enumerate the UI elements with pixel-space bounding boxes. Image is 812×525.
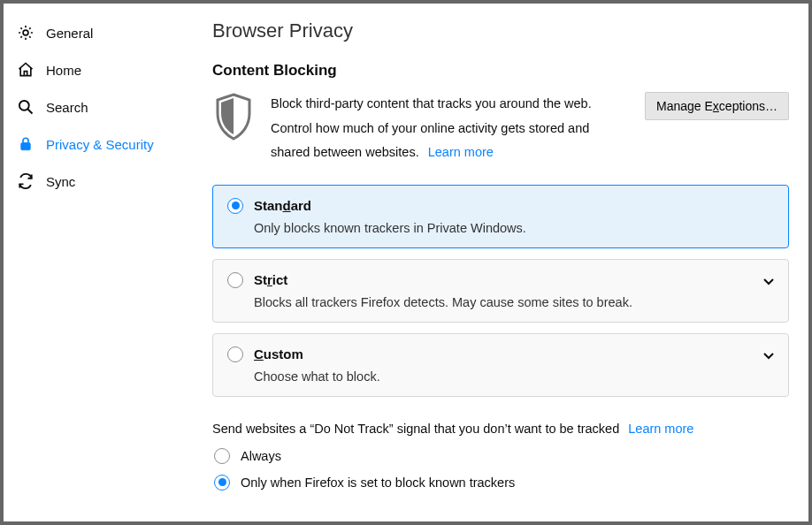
sidebar-item-label: General [46,26,93,41]
sidebar-item-label: Privacy & Security [46,137,154,152]
sidebar-item-label: Sync [46,174,75,189]
dnt-option-only-blocking-label: Only when Firefox is set to block known … [241,476,515,490]
svg-point-0 [23,30,28,35]
option-title-custom: Custom [254,346,303,361]
content-blocking-description: Block third-party content that tracks yo… [271,92,615,165]
shield-icon [212,92,255,144]
search-icon [16,97,35,117]
radio-strict[interactable] [227,272,243,288]
dnt-description: Send websites a “Do Not Track” signal th… [212,422,789,436]
option-title-strict: Strict [254,272,287,287]
blocking-option-standard[interactable]: Standard Only blocks known trackers in P… [212,185,789,248]
option-title-standard: Standard [254,198,311,213]
content-blocking-intro: Block third-party content that tracks yo… [212,92,789,165]
radio-dnt-always[interactable] [214,448,230,464]
option-desc-standard: Only blocks known trackers in Private Wi… [254,221,774,235]
dnt-option-always[interactable]: Always [212,448,789,464]
chevron-down-icon[interactable] [763,274,774,288]
lock-icon [16,134,35,154]
radio-dnt-only-blocking[interactable] [214,475,230,491]
home-icon [16,60,35,80]
dnt-learn-more-link[interactable]: Learn more [628,422,693,436]
content-blocking-heading: Content Blocking [212,62,789,80]
main-content: Browser Privacy Content Blocking Block t… [180,4,808,521]
chevron-down-icon[interactable] [763,348,774,362]
dnt-description-text: Send websites a “Do Not Track” signal th… [212,422,619,436]
sync-icon [16,171,35,191]
option-desc-custom: Choose what to block. [254,369,774,384]
blocking-option-strict[interactable]: Strict Blocks all trackers Firefox detec… [212,259,789,323]
manage-exceptions-button[interactable]: Manage Exceptions… [645,92,789,120]
do-not-track-section: Send websites a “Do Not Track” signal th… [212,422,789,491]
sidebar-item-label: Home [46,63,81,78]
svg-rect-2 [21,143,31,150]
sidebar-item-general[interactable]: General [4,14,180,51]
option-desc-strict: Blocks all trackers Firefox detects. May… [254,295,774,309]
sidebar-item-label: Search [46,100,88,115]
dnt-option-only-blocking[interactable]: Only when Firefox is set to block known … [212,475,789,491]
sidebar-item-home[interactable]: Home [4,51,180,88]
gear-icon [16,23,35,42]
dnt-option-always-label: Always [241,449,281,463]
radio-custom[interactable] [227,346,243,362]
blocking-option-custom[interactable]: Custom Choose what to block. [212,333,789,397]
sidebar-item-sync[interactable]: Sync [4,163,180,200]
page-title: Browser Privacy [212,19,789,42]
sidebar-item-search[interactable]: Search [4,88,180,126]
radio-standard[interactable] [227,198,243,214]
sidebar: General Home Search [4,4,180,521]
sidebar-item-privacy-security[interactable]: Privacy & Security [4,126,180,163]
svg-point-1 [19,101,29,110]
content-blocking-learn-more-link[interactable]: Learn more [428,145,494,159]
